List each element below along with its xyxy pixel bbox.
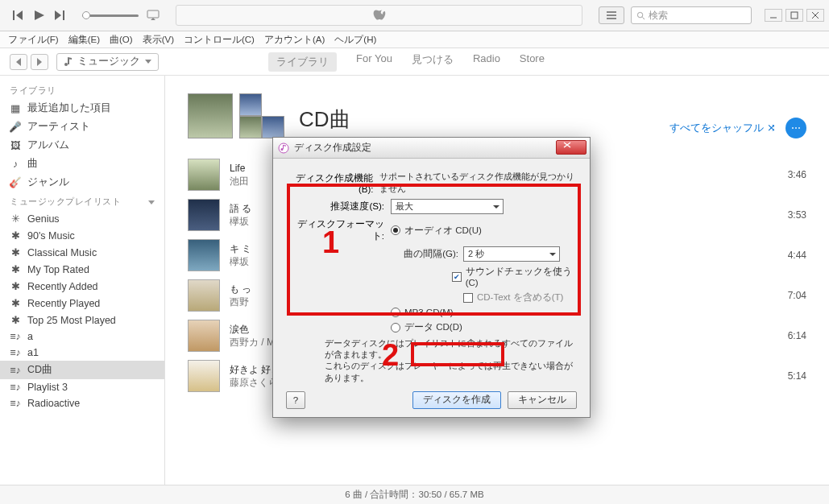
speed-select[interactable]: 最大 (391, 199, 504, 214)
sidebar-item-label: a (27, 331, 33, 342)
dialog-help-button[interactable]: ? (286, 391, 305, 409)
sidebar-pl-a[interactable]: ≡♪a (0, 328, 164, 345)
prev-track-button[interactable] (11, 9, 24, 22)
sidebar-item-label: Genius (27, 213, 60, 225)
tab-browse[interactable]: 見つける (412, 52, 454, 72)
more-button[interactable]: ⋯ (785, 118, 806, 138)
gear-icon: ✱ (10, 229, 21, 242)
sidebar-pl-cd[interactable]: ≡♪CD曲 (0, 361, 164, 379)
checkbox-cdtext[interactable] (463, 293, 473, 303)
menu-account[interactable]: アカウント(A) (264, 34, 325, 46)
sidebar-recently-added[interactable]: ▦最近追加した項目 (0, 99, 164, 118)
search-placeholder: 検索 (649, 9, 668, 23)
sidebar-item-label: My Top Rated (27, 264, 89, 275)
sidebar-pl-recadded[interactable]: ✱Recently Added (0, 278, 164, 295)
close-button[interactable] (806, 9, 824, 22)
radio-audio-cd[interactable] (391, 225, 400, 235)
radio-data-cd[interactable] (391, 323, 400, 333)
menu-help[interactable]: ヘルプ(H) (334, 34, 376, 46)
nav-forward-button[interactable] (31, 54, 48, 70)
gear-icon: ✱ (10, 314, 21, 326)
tab-library[interactable]: ライブラリ (268, 52, 337, 72)
song-duration: 4:44 (765, 250, 806, 261)
sidebar-pl-90s[interactable]: ✱90's Music (0, 227, 164, 244)
sidebar-pl-toprated[interactable]: ✱My Top Rated (0, 261, 164, 278)
playlist-icon: ≡♪ (10, 398, 21, 409)
sidebar-item-label: Radioactive (27, 398, 80, 409)
maximize-button[interactable] (785, 9, 803, 22)
annotation-number-2: 2 (382, 338, 399, 373)
airplay-icon[interactable] (147, 10, 160, 21)
volume-slider[interactable] (82, 14, 139, 17)
sidebar-item-label: 90's Music (27, 230, 75, 242)
sidebar-playlists-header: ミュージックプレイリスト (0, 192, 164, 210)
note-icon: ♪ (10, 159, 21, 170)
song-duration: 5:14 (765, 370, 806, 382)
nav-row: ミュージック ライブラリ For You 見つける Radio Store (0, 48, 829, 76)
svg-rect-0 (147, 10, 159, 18)
chevron-down-icon (145, 60, 151, 64)
gear-icon: ✳ (10, 213, 21, 225)
tab-store[interactable]: Store (520, 52, 545, 72)
song-duration: 3:46 (765, 169, 806, 180)
gear-icon: ✱ (10, 246, 21, 258)
menu-edit[interactable]: 編集(E) (68, 34, 100, 46)
menu-song[interactable]: 曲(O) (110, 34, 133, 46)
dialog-close-button[interactable] (556, 140, 587, 155)
dialog-titlebar[interactable]: ディスク作成設定 (273, 138, 590, 159)
sidebar-songs[interactable]: ♪曲 (0, 155, 164, 173)
playlist-title: CD曲 (299, 105, 350, 134)
next-track-button[interactable] (53, 9, 66, 22)
sidebar-pl-a1[interactable]: ≡♪a1 (0, 345, 164, 361)
sidebar-pl-genius[interactable]: ✳Genius (0, 210, 164, 227)
svg-point-1 (637, 12, 642, 17)
sidebar-artists[interactable]: 🎤アーティスト (0, 118, 164, 136)
media-type-picker[interactable]: ミュージック (56, 53, 159, 71)
sidebar-pl-top25[interactable]: ✱Top 25 Most Played (0, 312, 164, 328)
song-thumb (188, 159, 220, 191)
sidebar-pl-classical[interactable]: ✱Classical Music (0, 244, 164, 261)
menu-view[interactable]: 表示(V) (143, 34, 174, 46)
song-thumb (188, 199, 220, 231)
sidebar-pl-radioactive[interactable]: ≡♪Radioactive (0, 395, 164, 411)
radio-mp3-cd[interactable] (391, 308, 400, 317)
nav-back-button[interactable] (10, 54, 27, 70)
checkbox-soundcheck[interactable] (452, 272, 461, 282)
song-thumb (188, 360, 220, 392)
gap-select[interactable]: 2 秒 (463, 246, 560, 262)
burn-disc-button[interactable]: ディスクを作成 (412, 391, 501, 409)
sidebar-pl-recplayed[interactable]: ✱Recently Played (0, 295, 164, 312)
shuffle-all-link[interactable]: すべてをシャッフル ⤨ (669, 121, 776, 135)
status-bar: 6 曲 / 合計時間：30:50 / 65.7 MB (0, 485, 829, 504)
speed-label: 推奨速度(S): (286, 200, 391, 213)
list-view-button[interactable] (599, 6, 624, 24)
sidebar-item-label: Classical Music (27, 247, 97, 258)
burn-settings-dialog: ディスク作成設定 ディスク作成機能(B): サポートされているディスク作成機能が… (272, 137, 591, 418)
sidebar-item-label: アルバム (27, 138, 69, 152)
sidebar-pl-pl3[interactable]: ≡♪Playlist 3 (0, 379, 164, 395)
speed-select-value: 最大 (396, 200, 413, 213)
gap-select-value: 2 秒 (468, 248, 484, 260)
play-button[interactable] (32, 9, 45, 22)
cancel-button[interactable]: キャンセル (508, 391, 577, 409)
sidebar-item-label: ジャンル (27, 176, 69, 189)
sidebar-library-header: ライブラリ (0, 81, 164, 99)
sidebar-genres[interactable]: 🎸ジャンル (0, 173, 164, 192)
itunes-icon (278, 143, 289, 154)
nav-tabs: ライブラリ For You 見つける Radio Store (268, 52, 545, 72)
tab-foryou[interactable]: For You (356, 52, 392, 72)
minimize-button[interactable] (765, 9, 782, 22)
menu-file[interactable]: ファイル(F) (8, 34, 59, 46)
gear-icon: ✱ (10, 280, 21, 292)
menu-controls[interactable]: コントロール(C) (184, 34, 255, 46)
search-input[interactable]: 検索 (631, 6, 752, 24)
dialog-title: ディスク作成設定 (294, 142, 371, 154)
sidebar-albums[interactable]: 🖼アルバム (0, 136, 164, 155)
shuffle-icon: ⤨ (767, 122, 776, 134)
media-picker-label: ミュージック (77, 55, 140, 68)
playlist-hero: CD曲 すべてをシャッフル ⤨ ⋯ (188, 93, 806, 138)
song-duration: 3:53 (765, 209, 806, 221)
dialog-note-1: データディスクにはプレイリストに含まれるすべてのファイルが含まれます。 (325, 337, 577, 360)
tab-radio[interactable]: Radio (473, 52, 500, 72)
sidebar-item-label: CD曲 (27, 363, 52, 377)
